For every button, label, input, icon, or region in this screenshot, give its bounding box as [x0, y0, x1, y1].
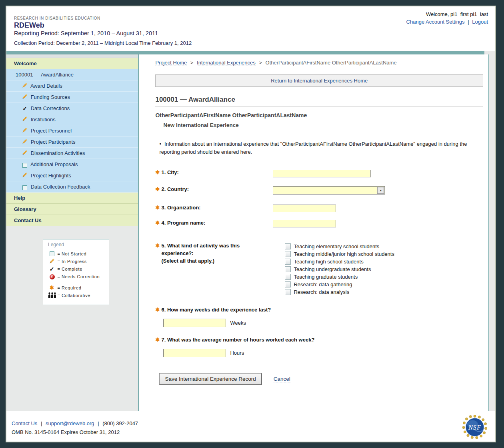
sidebar-item-label: Data Collection Feedback: [31, 184, 90, 190]
form-row-activity: ✱ 5. What kind of activity was this expe…: [155, 242, 483, 296]
organization-input[interactable]: [273, 205, 336, 212]
sidebar-item-project-participants[interactable]: Project Participants: [6, 137, 138, 148]
required-asterisk-icon: ✱: [155, 205, 161, 211]
activity-option-teaching-middle[interactable]: Teaching middle/junior high school stude…: [285, 250, 394, 258]
save-button[interactable]: Save International Experience Record: [159, 373, 262, 385]
weeks-input[interactable]: [163, 319, 226, 327]
activity-hint: (Select all that apply.): [161, 258, 214, 264]
program-name-input[interactable]: [273, 220, 336, 227]
complete-check-icon: ✓: [48, 266, 56, 272]
footer: Contact Us | support@rdeweb.org | (800) …: [6, 411, 495, 443]
legend-box: Legend = Not Started = In Progress ✓ =: [43, 239, 109, 305]
sidebar-item-data-corrections[interactable]: ✓ Data Corrections: [6, 103, 138, 114]
logout-link[interactable]: Logout: [472, 19, 488, 25]
complete-check-icon: ✓: [22, 103, 28, 114]
footer-email-link[interactable]: support@rdeweb.org: [46, 420, 94, 426]
sidebar-item-award[interactable]: 100001 — AwardAlliance: [6, 69, 138, 80]
activity-option-teaching-elementary[interactable]: Teaching elementary school students: [285, 243, 394, 250]
required-asterisk-icon: ✱: [48, 285, 56, 291]
reporting-period: Reporting Period: September 1, 2010 – Au…: [14, 30, 158, 36]
activity-option-research-gathering[interactable]: Research: data gathering: [285, 281, 394, 288]
sidebar-item-label: Funding Sources: [31, 94, 70, 100]
legend-row-in-progress: = In Progress: [48, 257, 109, 265]
sidebar-item-data-collection-feedback[interactable]: Data Collection Feedback: [6, 181, 138, 193]
breadcrumb-project-home-link[interactable]: Project Home: [155, 60, 187, 66]
required-asterisk-icon: ✱: [155, 169, 161, 175]
checkbox-icon[interactable]: [285, 289, 291, 295]
change-account-settings-link[interactable]: Change Account Settings: [406, 19, 465, 25]
city-input[interactable]: [273, 170, 371, 177]
breadcrumb-current: OtherParticipantAFirstName OtherParticip…: [266, 60, 397, 66]
sidebar-item-label: Contact Us: [14, 217, 42, 223]
collaborative-people-icon: [48, 292, 56, 299]
sidebar-item-label: Glossary: [14, 206, 36, 212]
in-progress-pencil-icon: [22, 92, 28, 103]
app-title: RDEWeb: [14, 21, 44, 30]
return-home-link[interactable]: Return to International Experiences Home: [271, 78, 368, 84]
cancel-link[interactable]: Cancel: [274, 376, 290, 382]
in-progress-pencil-icon: [22, 171, 28, 181]
program-name-label: 4. Program name:: [161, 220, 205, 226]
sidebar-item-welcome[interactable]: Welcome: [6, 58, 138, 69]
sidebar-item-project-highlights[interactable]: Project Highlights: [6, 170, 138, 181]
dropdown-arrow-icon[interactable]: ▼: [377, 187, 384, 194]
required-asterisk-icon: ✱: [155, 337, 161, 343]
weeks-unit: Weeks: [230, 320, 246, 326]
return-bar: Return to International Experiences Home: [155, 74, 483, 87]
sidebar-item-label: 100001 — AwardAlliance: [16, 72, 74, 78]
checkbox-icon[interactable]: [285, 243, 291, 249]
footer-contact-us-link[interactable]: Contact Us: [12, 420, 37, 426]
checkbox-icon[interactable]: [285, 266, 291, 272]
legend-row-collaborative: = Collaborative: [48, 291, 109, 299]
not-started-box-icon: [22, 159, 28, 170]
checkbox-icon[interactable]: [285, 259, 291, 265]
checkbox-icon[interactable]: [285, 251, 291, 257]
bullet-icon: •: [159, 141, 161, 147]
svg-text:NSF: NSF: [468, 424, 481, 431]
legend-row-complete: ✓ = Complete: [48, 265, 109, 273]
sidebar-item-label: Help: [14, 195, 25, 201]
legend-title: Legend: [48, 242, 109, 247]
in-progress-pencil-icon: [22, 115, 28, 125]
breadcrumb-international-experiences-link[interactable]: International Experiences: [197, 60, 256, 66]
country-select[interactable]: ▼: [273, 186, 385, 195]
hours-input[interactable]: [163, 349, 226, 357]
sidebar: Welcome 100001 — AwardAlliance Award Det…: [6, 54, 139, 411]
account-area: Welcome, pi1_first pi1_last Change Accou…: [406, 11, 488, 25]
sidebar-item-help[interactable]: Help: [6, 193, 138, 204]
sidebar-item-label: Award Details: [30, 83, 62, 89]
form-divider: [155, 367, 483, 367]
sidebar-item-dissemination-activities[interactable]: Dissemination Activities: [6, 148, 138, 159]
sidebar-item-institutions[interactable]: Institutions: [6, 114, 138, 125]
required-asterisk-icon: ✱: [155, 242, 161, 250]
checkbox-icon[interactable]: [285, 281, 291, 287]
activity-option-teaching-graduate[interactable]: Teaching graduate students: [285, 273, 394, 281]
main-content: Project Home > International Experiences…: [139, 54, 489, 411]
sidebar-item-label: Project Highlights: [31, 173, 71, 179]
form-row-program-name: ✱4. Program name:: [155, 220, 483, 227]
sidebar-item-award-details[interactable]: Award Details: [6, 80, 138, 92]
welcome-text: Welcome, pi1_first pi1_last: [406, 11, 488, 17]
link-separator: |: [468, 19, 469, 25]
sidebar-top-strip: [6, 54, 138, 58]
teal-divider: [6, 51, 495, 54]
page: RESEARCH IN DISABILITIES EDUCATION RDEWe…: [6, 6, 496, 442]
activity-option-teaching-undergraduate[interactable]: Teaching undergraduate students: [285, 265, 394, 273]
not-started-box-icon: [22, 182, 28, 193]
checkbox-icon[interactable]: [285, 274, 291, 280]
sidebar-item-funding-sources[interactable]: Funding Sources: [6, 92, 138, 103]
sidebar-item-label: Institutions: [31, 117, 56, 123]
collection-period: Collection Period: December 2, 2011 – Mi…: [14, 40, 192, 46]
sidebar-item-additional-proposals[interactable]: Additional Proposals: [6, 159, 138, 170]
activity-option-research-analysis[interactable]: Research: data analysis: [285, 288, 394, 296]
city-label: 1. City:: [161, 169, 178, 175]
activity-option-teaching-high[interactable]: Teaching high school students: [285, 258, 394, 265]
sidebar-item-contact-us[interactable]: Contact Us: [6, 215, 138, 226]
sidebar-item-label: Project Personnel: [31, 128, 72, 134]
in-progress-pencil-icon: [22, 126, 28, 137]
sidebar-item-project-personnel[interactable]: Project Personnel: [6, 125, 138, 137]
hours-unit: Hours: [230, 350, 244, 356]
sidebar-item-glossary[interactable]: Glossary: [6, 204, 138, 215]
required-asterisk-icon: ✱: [155, 307, 161, 313]
footer-phone: (800) 392-2047: [102, 420, 138, 426]
